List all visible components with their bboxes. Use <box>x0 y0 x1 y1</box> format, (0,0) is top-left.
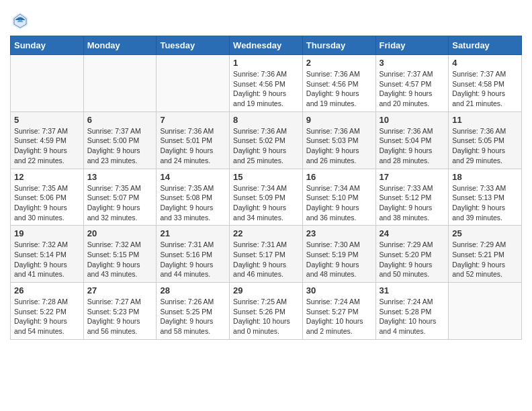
day-number: 10 <box>380 115 445 125</box>
calendar-cell: 26Sunrise: 7:28 AMSunset: 5:22 PMDayligh… <box>11 283 84 340</box>
calendar-cell: 12Sunrise: 7:35 AMSunset: 5:06 PMDayligh… <box>11 169 84 226</box>
day-info: Sunrise: 7:36 AMSunset: 5:03 PMDaylight:… <box>306 126 372 166</box>
day-info: Sunrise: 7:31 AMSunset: 5:17 PMDaylight:… <box>233 240 299 279</box>
header <box>10 7 522 30</box>
calendar-cell: 7Sunrise: 7:36 AMSunset: 5:01 PMDaylight… <box>157 111 230 169</box>
day-info: Sunrise: 7:29 AMSunset: 5:21 PMDaylight:… <box>452 240 518 279</box>
calendar-cell: 10Sunrise: 7:36 AMSunset: 5:04 PMDayligh… <box>375 111 449 169</box>
calendar-cell: 8Sunrise: 7:36 AMSunset: 5:02 PMDaylight… <box>230 111 303 169</box>
calendar-cell: 17Sunrise: 7:33 AMSunset: 5:12 PMDayligh… <box>375 169 449 226</box>
day-number: 16 <box>306 172 372 182</box>
day-number: 1 <box>233 58 299 68</box>
day-number: 14 <box>160 172 226 182</box>
day-info: Sunrise: 7:27 AMSunset: 5:23 PMDaylight:… <box>87 297 153 336</box>
calendar-cell: 21Sunrise: 7:31 AMSunset: 5:16 PMDayligh… <box>157 226 230 283</box>
day-number: 30 <box>306 285 372 295</box>
calendar-cell: 3Sunrise: 7:37 AMSunset: 4:57 PMDaylight… <box>375 55 449 112</box>
calendar-cell: 28Sunrise: 7:26 AMSunset: 5:25 PMDayligh… <box>157 283 230 340</box>
day-number: 9 <box>306 115 372 125</box>
column-header-tuesday: Tuesday <box>157 36 230 55</box>
calendar-week-row: 26Sunrise: 7:28 AMSunset: 5:22 PMDayligh… <box>11 283 522 340</box>
column-header-friday: Friday <box>375 36 449 55</box>
day-info: Sunrise: 7:32 AMSunset: 5:15 PMDaylight:… <box>87 240 153 279</box>
day-number: 21 <box>160 228 226 238</box>
calendar-cell <box>83 55 157 112</box>
calendar-cell: 5Sunrise: 7:37 AMSunset: 4:59 PMDaylight… <box>11 111 84 169</box>
day-info: Sunrise: 7:36 AMSunset: 5:01 PMDaylight:… <box>160 126 226 166</box>
day-number: 17 <box>380 172 445 182</box>
calendar-table: SundayMondayTuesdayWednesdayThursdayFrid… <box>10 36 522 340</box>
day-number: 6 <box>87 115 153 125</box>
calendar-cell: 11Sunrise: 7:36 AMSunset: 5:05 PMDayligh… <box>449 111 522 169</box>
day-number: 15 <box>233 172 299 182</box>
calendar-cell: 18Sunrise: 7:33 AMSunset: 5:13 PMDayligh… <box>449 169 522 226</box>
calendar-cell: 27Sunrise: 7:27 AMSunset: 5:23 PMDayligh… <box>83 283 157 340</box>
day-info: Sunrise: 7:36 AMSunset: 5:04 PMDaylight:… <box>380 126 445 166</box>
day-number: 29 <box>233 285 299 295</box>
logo-icon <box>10 10 30 30</box>
calendar-cell: 30Sunrise: 7:24 AMSunset: 5:27 PMDayligh… <box>302 283 375 340</box>
day-number: 4 <box>452 58 518 68</box>
day-info: Sunrise: 7:36 AMSunset: 4:56 PMDaylight:… <box>233 69 299 109</box>
day-info: Sunrise: 7:24 AMSunset: 5:28 PMDaylight:… <box>380 297 445 336</box>
calendar-cell: 20Sunrise: 7:32 AMSunset: 5:15 PMDayligh… <box>83 226 157 283</box>
calendar-cell: 19Sunrise: 7:32 AMSunset: 5:14 PMDayligh… <box>11 226 84 283</box>
calendar-week-row: 19Sunrise: 7:32 AMSunset: 5:14 PMDayligh… <box>11 226 522 283</box>
calendar-cell: 16Sunrise: 7:34 AMSunset: 5:10 PMDayligh… <box>302 169 375 226</box>
calendar-week-row: 1Sunrise: 7:36 AMSunset: 4:56 PMDaylight… <box>11 55 522 112</box>
day-info: Sunrise: 7:36 AMSunset: 5:05 PMDaylight:… <box>452 126 518 166</box>
day-info: Sunrise: 7:28 AMSunset: 5:22 PMDaylight:… <box>14 297 80 336</box>
day-number: 28 <box>160 285 226 295</box>
day-info: Sunrise: 7:36 AMSunset: 4:56 PMDaylight:… <box>306 69 372 109</box>
day-info: Sunrise: 7:36 AMSunset: 5:02 PMDaylight:… <box>233 126 299 166</box>
column-header-monday: Monday <box>83 36 157 55</box>
day-info: Sunrise: 7:35 AMSunset: 5:06 PMDaylight:… <box>14 183 80 223</box>
day-info: Sunrise: 7:31 AMSunset: 5:16 PMDaylight:… <box>160 240 226 279</box>
day-number: 2 <box>306 58 372 68</box>
day-number: 8 <box>233 115 299 125</box>
calendar-cell: 4Sunrise: 7:37 AMSunset: 4:58 PMDaylight… <box>449 55 522 112</box>
day-number: 7 <box>160 115 226 125</box>
calendar-cell <box>449 283 522 340</box>
day-info: Sunrise: 7:37 AMSunset: 4:57 PMDaylight:… <box>380 69 445 109</box>
day-number: 20 <box>87 228 153 238</box>
day-info: Sunrise: 7:33 AMSunset: 5:12 PMDaylight:… <box>380 183 445 223</box>
day-info: Sunrise: 7:30 AMSunset: 5:19 PMDaylight:… <box>306 240 372 279</box>
day-number: 24 <box>380 228 445 238</box>
day-number: 25 <box>452 228 518 238</box>
calendar-cell: 14Sunrise: 7:35 AMSunset: 5:08 PMDayligh… <box>157 169 230 226</box>
calendar-cell: 13Sunrise: 7:35 AMSunset: 5:07 PMDayligh… <box>83 169 157 226</box>
calendar-cell: 15Sunrise: 7:34 AMSunset: 5:09 PMDayligh… <box>230 169 303 226</box>
day-info: Sunrise: 7:37 AMSunset: 4:58 PMDaylight:… <box>452 69 518 109</box>
calendar-cell: 9Sunrise: 7:36 AMSunset: 5:03 PMDaylight… <box>302 111 375 169</box>
day-info: Sunrise: 7:37 AMSunset: 4:59 PMDaylight:… <box>14 126 80 166</box>
column-header-thursday: Thursday <box>302 36 375 55</box>
day-info: Sunrise: 7:35 AMSunset: 5:08 PMDaylight:… <box>160 183 226 223</box>
day-info: Sunrise: 7:35 AMSunset: 5:07 PMDaylight:… <box>87 183 153 223</box>
day-number: 12 <box>14 172 80 182</box>
calendar-cell <box>11 55 84 112</box>
day-info: Sunrise: 7:29 AMSunset: 5:20 PMDaylight:… <box>380 240 445 279</box>
calendar-cell: 25Sunrise: 7:29 AMSunset: 5:21 PMDayligh… <box>449 226 522 283</box>
calendar-header-row: SundayMondayTuesdayWednesdayThursdayFrid… <box>11 36 522 55</box>
day-number: 5 <box>14 115 80 125</box>
calendar-cell: 2Sunrise: 7:36 AMSunset: 4:56 PMDaylight… <box>302 55 375 112</box>
column-header-saturday: Saturday <box>449 36 522 55</box>
day-number: 3 <box>380 58 445 68</box>
logo <box>10 10 33 30</box>
calendar-week-row: 12Sunrise: 7:35 AMSunset: 5:06 PMDayligh… <box>11 169 522 226</box>
calendar-cell: 6Sunrise: 7:37 AMSunset: 5:00 PMDaylight… <box>83 111 157 169</box>
day-number: 23 <box>306 228 372 238</box>
day-info: Sunrise: 7:33 AMSunset: 5:13 PMDaylight:… <box>452 183 518 223</box>
page: SundayMondayTuesdayWednesdayThursdayFrid… <box>0 0 532 350</box>
calendar-cell: 24Sunrise: 7:29 AMSunset: 5:20 PMDayligh… <box>375 226 449 283</box>
calendar-cell: 1Sunrise: 7:36 AMSunset: 4:56 PMDaylight… <box>230 55 303 112</box>
day-number: 27 <box>87 285 153 295</box>
day-info: Sunrise: 7:37 AMSunset: 5:00 PMDaylight:… <box>87 126 153 166</box>
day-info: Sunrise: 7:25 AMSunset: 5:26 PMDaylight:… <box>233 297 299 336</box>
day-number: 11 <box>452 115 518 125</box>
calendar-cell: 23Sunrise: 7:30 AMSunset: 5:19 PMDayligh… <box>302 226 375 283</box>
column-header-wednesday: Wednesday <box>230 36 303 55</box>
day-info: Sunrise: 7:34 AMSunset: 5:09 PMDaylight:… <box>233 183 299 223</box>
calendar-cell: 29Sunrise: 7:25 AMSunset: 5:26 PMDayligh… <box>230 283 303 340</box>
